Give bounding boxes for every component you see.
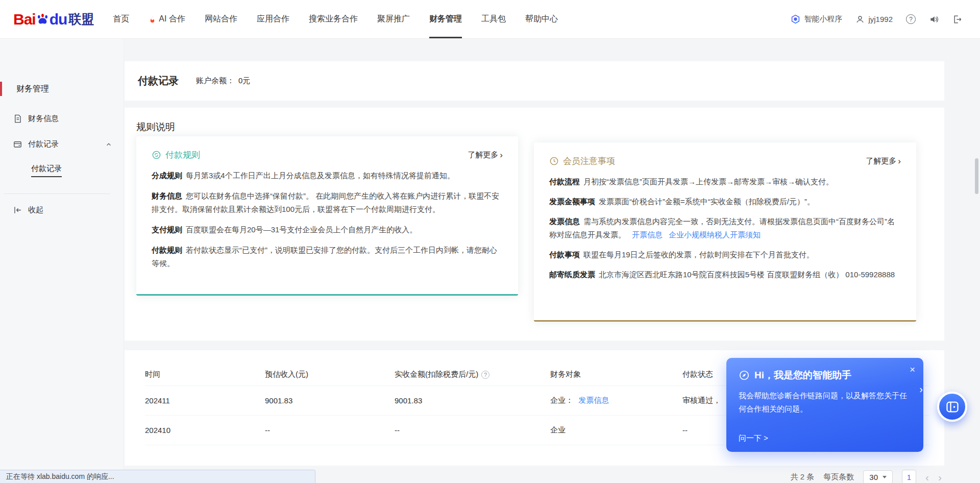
sidebar-collapse-button[interactable]: 收起 <box>13 205 112 215</box>
user-icon <box>855 15 865 24</box>
column-header-finance-target: 财务对象 <box>550 370 682 379</box>
nav-label: 工具包 <box>481 14 506 25</box>
nav-item-ai-cooperation[interactable]: AI 合作 <box>139 0 195 38</box>
assistant-float-button[interactable] <box>937 392 967 422</box>
target-prefix: 企业 <box>550 425 566 434</box>
learn-more-label: 了解更多 <box>866 156 896 166</box>
payment-record-icon <box>13 139 22 149</box>
nav-item-toolkit[interactable]: 工具包 <box>472 0 516 38</box>
rule-item-label: 财务信息 <box>152 191 182 200</box>
payment-rules-card: 付款规则 了解更多 › 分成规则每月第3或4个工作日产出上月分成信息及发票信息，… <box>136 136 518 296</box>
column-header-actual-amount: 实收金额(扣除税费后/元) ? <box>395 370 550 379</box>
help-icon[interactable]: ? <box>906 14 916 24</box>
top-navbar: Bai du 联盟 首页 AI 合作 网站合作 应用合作 搜索业务合作 聚屏推广… <box>0 0 980 39</box>
logo-text-bai: Bai <box>13 11 36 28</box>
account-balance-value: 0元 <box>238 76 250 86</box>
ask-assistant-link[interactable]: 问一下 > <box>739 433 768 443</box>
payment-rules-learn-more-link[interactable]: 了解更多 › <box>468 150 503 160</box>
cell-actual-amount: -- <box>395 426 550 434</box>
target-prefix: 企业： <box>550 396 573 404</box>
cell-finance-target: 企业： 发票信息 <box>550 396 682 405</box>
miniprogram-icon <box>791 14 800 24</box>
page-size-label: 每页条数 <box>823 472 854 482</box>
rule-item-label: 支付规则 <box>152 225 182 234</box>
nav-label: 聚屏推广 <box>377 14 410 25</box>
payment-rules-icon <box>152 150 161 160</box>
rule-item: 邮寄纸质发票北京市海淀区西北旺东路10号院百度科技园5号楼 百度联盟财务组（收）… <box>549 268 901 281</box>
payment-rules-title: 付款规则 <box>165 149 200 161</box>
nav-item-help-center[interactable]: 帮助中心 <box>516 0 568 38</box>
user-account-entry[interactable]: jyj1992 <box>855 15 893 24</box>
account-balance: 账户余额： 0元 <box>196 76 250 86</box>
compass-icon <box>739 370 750 381</box>
column-header-time: 时间 <box>145 370 265 379</box>
assistant-popup: Hi，我是您的智能助手 × 我会帮助您诊断合作链路问题，以及解答您关于任何合作相… <box>726 358 923 452</box>
chevron-up-icon[interactable] <box>105 141 112 148</box>
sidebar-subitem-label: 付款记录 <box>31 164 62 173</box>
sidebar-section-finance-management[interactable]: 财务管理 <box>0 82 49 96</box>
logo-text-union: 联盟 <box>68 11 94 28</box>
smart-miniprogram-entry[interactable]: 智能小程序 <box>791 14 842 24</box>
rule-item: 发票金额事项发票票面“价税合计”金额=系统中“实收金额（扣除税费后/元）”。 <box>549 195 901 208</box>
logo-text-du: du <box>50 11 67 28</box>
rule-item: 付款事项联盟在每月19日之后签收的发票，付款时间安排在下个月首批支付。 <box>549 248 901 261</box>
baidu-union-logo[interactable]: Bai du 联盟 <box>13 11 94 28</box>
rule-item-text: 北京市海淀区西北旺东路10号院百度科技园5号楼 百度联盟财务组（收） 010-5… <box>599 270 895 279</box>
logout-icon[interactable] <box>952 14 963 25</box>
vertical-scrollbar-thumb[interactable] <box>975 158 978 194</box>
sound-icon[interactable] <box>929 14 939 25</box>
small-taxpayer-notice-link[interactable]: 企业小规模纳税人开票须知 <box>669 230 761 239</box>
miniprogram-label: 智能小程序 <box>804 14 842 24</box>
page-number-current[interactable]: 1 <box>902 470 916 483</box>
nav-item-app-cooperation[interactable]: 应用合作 <box>247 0 299 38</box>
nav-item-home[interactable]: 首页 <box>103 0 139 38</box>
sidebar: 财务管理 财务信息 付款记录 付款记录 <box>0 39 124 483</box>
nav-item-website-cooperation[interactable]: 网站合作 <box>195 0 247 38</box>
question-tooltip-icon[interactable]: ? <box>481 371 489 379</box>
cell-time: 202411 <box>145 396 265 405</box>
nav-item-screen-promotion[interactable]: 聚屏推广 <box>368 0 420 38</box>
sidebar-subitem-payment-records[interactable]: 付款记录 <box>31 164 62 177</box>
sidebar-divider <box>4 194 110 194</box>
cell-actual-amount: 9001.83 <box>395 396 550 405</box>
nav-label: 首页 <box>113 14 129 25</box>
rule-item-label: 付款规则 <box>152 246 182 254</box>
column-header-estimated-income: 预估收入(元) <box>265 370 395 379</box>
cell-time: 202410 <box>145 426 265 434</box>
header-label: 财务对象 <box>550 370 581 379</box>
status-text: 正在等待 xlab.baidu.com 的响应... <box>6 472 114 480</box>
invoice-info-link[interactable]: 发票信息 <box>578 396 609 404</box>
rule-item: 付款规则若付款状态显示“已支付”，说明联盟已安排了您的付款。支付后三个工作日内到… <box>152 244 503 270</box>
assistant-expand-chevron-icon: › <box>919 383 923 395</box>
navbar-right: 智能小程序 jyj1992 ? <box>791 14 963 25</box>
collapse-label: 收起 <box>28 205 43 215</box>
prev-page-button[interactable]: ‹ <box>925 472 929 482</box>
rules-section-title: 规则说明 <box>136 120 175 134</box>
question-glyph: ? <box>909 16 913 23</box>
rule-item-text: 联盟在每月19日之后签收的发票，付款时间安排在下个月首批支付。 <box>583 250 814 259</box>
member-notes-learn-more-link[interactable]: 了解更多 › <box>866 156 901 166</box>
nav-label: 财务管理 <box>429 14 462 25</box>
invoice-open-info-link[interactable]: 开票信息 <box>632 230 663 239</box>
rule-item-label: 邮寄纸质发票 <box>549 270 595 279</box>
sidebar-item-payment-records[interactable]: 付款记录 <box>13 139 112 149</box>
caret-down-icon <box>883 476 887 478</box>
rule-item-text: 您可以在财务信息中选择“保留付款”。 在此期间您产生的收入将在账户内进行累计，联… <box>152 191 499 213</box>
close-icon[interactable]: × <box>910 364 915 375</box>
member-notes-title: 会员注意事项 <box>563 155 615 167</box>
page-title: 付款记录 <box>138 74 179 88</box>
cell-estimated-income: -- <box>265 426 395 434</box>
nav-label: AI 合作 <box>159 14 185 25</box>
nav-item-search-cooperation[interactable]: 搜索业务合作 <box>299 0 368 38</box>
question-glyph: ? <box>484 372 487 378</box>
rule-item-label: 发票信息 <box>549 217 580 226</box>
rule-item-text: 月初按“发票信息”页面开具发票→上传发票→邮寄发票→审核→确认支付。 <box>583 177 834 186</box>
header-label: 付款状态 <box>682 370 713 379</box>
page-size-select[interactable]: 30 <box>863 470 893 483</box>
header-label: 时间 <box>145 370 160 379</box>
nav-item-finance-management[interactable]: 财务管理 <box>420 0 472 38</box>
next-page-button[interactable]: › <box>938 472 942 482</box>
header-label: 实收金额(扣除税费后/元) <box>395 370 478 379</box>
sidebar-item-finance-info[interactable]: 财务信息 <box>13 114 112 124</box>
page-header-card: 付款记录 账户余额： 0元 <box>125 61 944 101</box>
